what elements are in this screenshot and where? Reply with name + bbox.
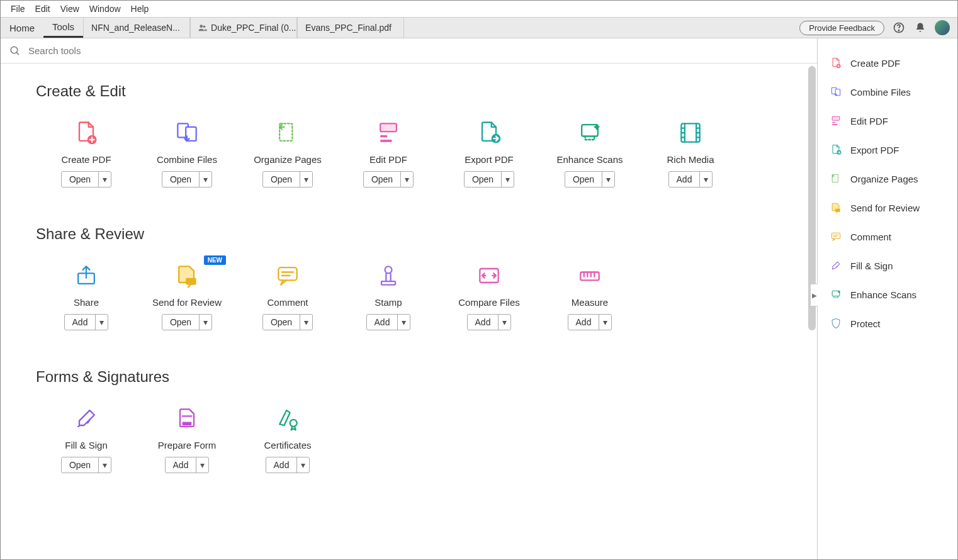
nav-tools[interactable]: Tools: [43, 18, 83, 38]
tool-action-button[interactable]: Open▾: [61, 171, 111, 188]
tool-card-stamp[interactable]: StampAdd▾: [338, 254, 439, 343]
tool-action-button[interactable]: Open▾: [565, 171, 615, 188]
action-label[interactable]: Add: [568, 315, 599, 330]
action-label[interactable]: Open: [162, 172, 199, 187]
menu-file[interactable]: File: [6, 2, 30, 16]
chevron-down-icon[interactable]: ▾: [602, 172, 614, 187]
action-label[interactable]: Add: [266, 457, 297, 473]
action-label[interactable]: Add: [65, 315, 96, 330]
tool-action-button[interactable]: Open▾: [262, 314, 313, 330]
tool-action-button[interactable]: Add▾: [165, 457, 210, 473]
tool-card-cert[interactable]: CertificatesAdd▾: [237, 397, 338, 486]
menu-view[interactable]: View: [55, 2, 84, 16]
cert-icon: [273, 403, 303, 434]
tool-card-measure[interactable]: MeasureAdd▾: [539, 254, 640, 343]
action-label[interactable]: Open: [565, 172, 602, 187]
rp-item-edit-pdf[interactable]: Edit PDF: [824, 108, 951, 134]
action-label[interactable]: Add: [166, 457, 196, 473]
chevron-down-icon[interactable]: ▾: [98, 172, 111, 187]
rp-item-combine[interactable]: Combine Files: [824, 79, 951, 105]
action-label[interactable]: Open: [465, 172, 501, 187]
action-label[interactable]: Add: [367, 315, 398, 330]
nav-home[interactable]: Home: [1, 18, 43, 38]
action-label[interactable]: Open: [162, 315, 199, 330]
tool-action-button[interactable]: Add▾: [366, 314, 411, 330]
tool-action-button[interactable]: Add▾: [266, 457, 310, 473]
tool-action-button[interactable]: Add▾: [467, 314, 512, 330]
menu-edit[interactable]: Edit: [30, 2, 55, 16]
tool-card-organize[interactable]: Organize PagesOpen▾: [237, 111, 338, 200]
doc-tab-0[interactable]: NFN_and_ReleaseN...: [83, 18, 190, 38]
chevron-down-icon[interactable]: ▾: [300, 315, 312, 330]
chevron-down-icon[interactable]: ▾: [199, 315, 211, 330]
tool-card-review[interactable]: NEWSend for ReviewOpen▾: [137, 254, 237, 343]
tool-action-button[interactable]: Add▾: [64, 314, 109, 330]
chevron-down-icon[interactable]: ▾: [699, 172, 712, 187]
chevron-down-icon[interactable]: ▾: [501, 172, 514, 187]
action-label[interactable]: Open: [263, 315, 300, 330]
chevron-down-icon[interactable]: ▾: [95, 315, 108, 330]
tool-card-enhance[interactable]: Enhance ScansOpen▾: [539, 111, 640, 200]
search-input[interactable]: [27, 45, 808, 57]
chevron-down-icon[interactable]: ▾: [199, 172, 211, 187]
tool-action-button[interactable]: Add▾: [668, 171, 713, 188]
doc-tab-2[interactable]: Evans_PPC_Final.pdf: [297, 18, 404, 38]
svg-line-5: [16, 52, 19, 55]
action-label[interactable]: Add: [468, 315, 499, 330]
rp-item-organize[interactable]: Organize Pages: [824, 165, 951, 192]
tool-card-compare[interactable]: Compare FilesAdd▾: [439, 254, 539, 343]
tool-card-comment[interactable]: CommentOpen▾: [237, 254, 338, 343]
action-label[interactable]: Open: [364, 172, 400, 187]
tool-card-create-pdf[interactable]: Create PDFOpen▾: [36, 111, 137, 200]
comment-icon: [829, 230, 843, 244]
tool-action-button[interactable]: Open▾: [61, 457, 111, 473]
chevron-down-icon[interactable]: ▾: [599, 315, 611, 330]
tool-action-button[interactable]: Open▾: [162, 171, 212, 188]
help-icon[interactable]: [892, 21, 906, 35]
rp-item-create-pdf[interactable]: Create PDF: [824, 50, 951, 76]
action-label[interactable]: Open: [263, 172, 300, 187]
tool-card-combine[interactable]: Combine FilesOpen▾: [137, 111, 237, 200]
rp-item-comment[interactable]: Comment: [824, 223, 951, 250]
tool-label: Share: [74, 297, 99, 308]
rp-item-review[interactable]: Send for Review: [824, 194, 951, 221]
tool-action-button[interactable]: Open▾: [464, 171, 514, 188]
tool-grid: Fill & SignOpen▾Prepare FormAdd▾Certific…: [36, 397, 782, 486]
rp-item-sign[interactable]: Fill & Sign: [824, 252, 951, 279]
action-label[interactable]: Open: [62, 172, 98, 187]
bell-icon[interactable]: [913, 21, 927, 35]
menu-help[interactable]: Help: [126, 2, 154, 16]
chevron-down-icon[interactable]: ▾: [98, 457, 111, 473]
tool-action-button[interactable]: Open▾: [363, 171, 414, 188]
rp-item-export[interactable]: Export PDF: [824, 137, 951, 163]
rp-item-enhance[interactable]: Enhance Scans: [824, 281, 951, 308]
chevron-down-icon[interactable]: ▾: [196, 457, 208, 473]
tool-card-share[interactable]: ShareAdd▾: [36, 254, 137, 343]
svg-rect-43: [832, 116, 840, 120]
tool-action-button[interactable]: Add▾: [568, 314, 612, 330]
tool-action-button[interactable]: Open▾: [162, 314, 212, 330]
avatar[interactable]: [935, 20, 950, 35]
tool-card-export[interactable]: Export PDFOpen▾: [439, 111, 539, 200]
doc-tab-1[interactable]: Duke_PPC_Final (0...: [190, 18, 297, 38]
tool-action-button[interactable]: Open▾: [262, 171, 313, 188]
tabbar: Home Tools NFN_and_ReleaseN... Duke_PPC_…: [1, 18, 957, 38]
chevron-down-icon[interactable]: ▾: [300, 172, 312, 187]
organize-icon: [273, 118, 303, 148]
chevron-down-icon[interactable]: ▾: [397, 315, 410, 330]
tool-card-media[interactable]: Rich MediaAdd▾: [640, 111, 741, 200]
rp-item-protect[interactable]: Protect: [824, 310, 951, 337]
tool-card-form[interactable]: Prepare FormAdd▾: [137, 397, 237, 486]
action-label[interactable]: Open: [62, 457, 98, 473]
collapse-panel-icon[interactable]: ▶: [810, 284, 818, 306]
tool-card-sign[interactable]: Fill & SignOpen▾: [36, 397, 137, 486]
tool-label: Prepare Form: [158, 440, 217, 451]
provide-feedback-button[interactable]: Provide Feedback: [799, 21, 884, 35]
tool-card-edit-pdf[interactable]: Edit PDFOpen▾: [338, 111, 439, 200]
chevron-down-icon[interactable]: ▾: [400, 172, 413, 187]
search-icon: [9, 45, 21, 57]
action-label[interactable]: Add: [669, 172, 700, 187]
menu-window[interactable]: Window: [84, 2, 126, 16]
chevron-down-icon[interactable]: ▾: [498, 315, 510, 330]
chevron-down-icon[interactable]: ▾: [296, 457, 309, 473]
